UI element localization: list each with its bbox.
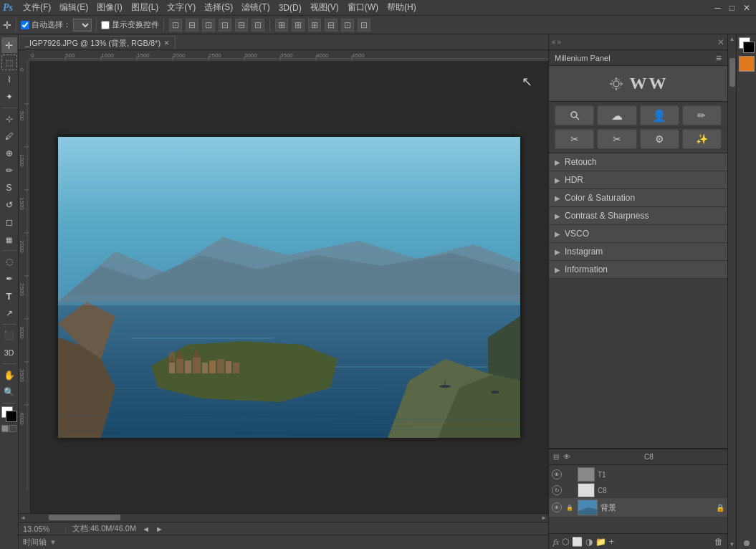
- menu-select[interactable]: 选择(S): [200, 1, 237, 14]
- lasso-tool-btn[interactable]: ⌇: [1, 72, 17, 87]
- dist-bottom-icon[interactable]: ⊡: [358, 19, 370, 32]
- scroll-right-btn[interactable]: ►: [540, 514, 548, 522]
- panel-tool-clip2[interactable]: ✂: [597, 129, 636, 149]
- scroll-left-btn[interactable]: ◄: [19, 514, 27, 522]
- dodge-tool-btn[interactable]: ◌: [1, 254, 17, 269]
- panel-tool-person[interactable]: 👤: [640, 105, 679, 125]
- hand-tool-btn[interactable]: ✋: [1, 367, 17, 383]
- tab-close-btn[interactable]: ×: [164, 38, 169, 48]
- timeline-menu[interactable]: ▼: [49, 538, 57, 546]
- panel-tool-clip1[interactable]: ✂: [555, 129, 594, 149]
- accordion-hdr[interactable]: ▶ HDR: [549, 171, 727, 189]
- menu-image[interactable]: 图像(I): [92, 1, 126, 14]
- layer-delete-icon[interactable]: 🗑: [714, 537, 723, 547]
- layer-mask-icon[interactable]: ⬜: [572, 537, 583, 547]
- shape-tool-btn[interactable]: ⬛: [1, 328, 17, 343]
- layer-row-t1[interactable]: 👁 T1: [549, 467, 727, 482]
- align-right-icon[interactable]: ⊡: [202, 19, 215, 32]
- align-bottom-icon[interactable]: ⊡: [252, 19, 264, 32]
- accordion-information[interactable]: ▶ Information: [549, 261, 727, 279]
- window-minimize[interactable]: ─: [712, 3, 724, 13]
- dist-v-icon[interactable]: ⊞: [292, 19, 305, 32]
- panel-tool-gear[interactable]: ⚙: [640, 129, 679, 149]
- h-scrollbar-thumb[interactable]: [49, 515, 120, 520]
- eyedropper-btn[interactable]: 🖊: [1, 128, 17, 144]
- accordion-instagram[interactable]: ▶ Instagram: [549, 243, 727, 261]
- history-brush-btn[interactable]: ↺: [1, 197, 17, 213]
- show-transform-checkbox[interactable]: [101, 21, 110, 29]
- background-color-swatch[interactable]: [6, 411, 17, 422]
- brush-tool-btn[interactable]: ✏: [1, 163, 17, 178]
- dist-right-icon[interactable]: ⊡: [341, 19, 354, 32]
- layer-add-icon[interactable]: +: [609, 537, 614, 547]
- accordion-color-saturation[interactable]: ▶ Color & Saturation: [549, 189, 727, 207]
- layer-adj-icon[interactable]: ◑: [585, 537, 593, 547]
- align-middle-v-icon[interactable]: ⊟: [235, 19, 248, 32]
- dist-center-icon[interactable]: ⊞: [308, 19, 321, 32]
- standard-mode-btn[interactable]: [9, 425, 16, 432]
- select-rect-btn[interactable]: ⬚: [1, 54, 17, 70]
- clone-stamp-btn[interactable]: S: [1, 180, 17, 196]
- right-panel-expand[interactable]: [744, 540, 750, 546]
- gradient-btn[interactable]: ▦: [1, 231, 17, 247]
- heal-brush-btn[interactable]: ⊕: [1, 145, 17, 161]
- path-select-btn[interactable]: ↗: [1, 305, 17, 321]
- window-close[interactable]: ✕: [740, 3, 753, 13]
- document-tab[interactable]: _IGP7926.JPG @ 13% (背景, RGB/8*) ×: [19, 36, 176, 49]
- layer-select[interactable]: 图层: [73, 19, 92, 32]
- layer-filter-icon[interactable]: 𝑓𝑥: [553, 537, 559, 547]
- window-maximize[interactable]: □: [727, 3, 737, 13]
- accordion-vsco[interactable]: ▶ VSCO: [549, 225, 727, 243]
- align-center-h-icon[interactable]: ⊟: [186, 19, 198, 32]
- quick-mask-btn[interactable]: [1, 425, 9, 432]
- status-arrow-right[interactable]: ►: [155, 525, 163, 533]
- layer-row-c8[interactable]: ↻ C8: [549, 482, 727, 498]
- menu-3d[interactable]: 3D(D): [274, 3, 306, 13]
- right-bg-swatch[interactable]: [743, 42, 755, 53]
- menu-layer[interactable]: 图层(L): [127, 1, 163, 14]
- menu-filter[interactable]: 滤镜(T): [237, 1, 274, 14]
- accordion-contrast-sharpness[interactable]: ▶ Contrast & Sharpness: [549, 207, 727, 225]
- panel-vscroll-thumb[interactable]: [729, 58, 735, 87]
- right-accent-swatch[interactable]: [739, 56, 755, 72]
- menu-file[interactable]: 文件(F): [19, 1, 55, 14]
- panel-tool-wand[interactable]: ✏: [682, 105, 722, 125]
- panel-tool-zoom[interactable]: [555, 105, 594, 125]
- magic-wand-btn[interactable]: ✦: [1, 89, 17, 105]
- panel-expand-right-icon[interactable]: »: [558, 38, 562, 46]
- dist-middle-icon[interactable]: ⊟: [325, 19, 338, 32]
- layer-options-icon[interactable]: ⊟: [553, 453, 559, 461]
- layer-t1-visibility[interactable]: 👁: [552, 469, 562, 479]
- panel-close-btn[interactable]: ✕: [717, 37, 724, 47]
- panel-scroll-up[interactable]: ▲: [729, 36, 735, 42]
- auto-select-checkbox[interactable]: [21, 21, 29, 29]
- crop-tool-btn[interactable]: ⊹: [1, 111, 17, 127]
- text-tool-btn[interactable]: T: [1, 288, 17, 304]
- panel-scroll-down[interactable]: ▼: [729, 541, 735, 548]
- doc-size: 文档:46.0M/46.0M: [72, 523, 136, 534]
- panel-tool-sparkle[interactable]: ✨: [682, 129, 722, 149]
- pen-tool-btn[interactable]: ✒: [1, 271, 17, 287]
- panel-expand-left-icon[interactable]: «: [552, 38, 556, 46]
- zoom-tool-btn[interactable]: 🔍: [1, 384, 17, 400]
- menu-edit[interactable]: 编辑(E): [55, 1, 92, 14]
- dist-h-icon[interactable]: ⊞: [275, 19, 288, 32]
- align-top-icon[interactable]: ⊡: [219, 19, 231, 32]
- layer-bg-visibility[interactable]: 👁: [552, 502, 562, 512]
- move-tool-btn[interactable]: ✛: [1, 37, 17, 53]
- layer-c8-visibility[interactable]: ↻: [552, 485, 562, 495]
- menu-text[interactable]: 文字(Y): [163, 1, 200, 14]
- 3d-tool-btn[interactable]: 3D: [1, 345, 17, 361]
- menu-window[interactable]: 窗口(W): [343, 1, 383, 14]
- layer-row-bg[interactable]: 👁 🔒 背景 🔒: [549, 498, 727, 517]
- menu-view[interactable]: 视图(V): [306, 1, 343, 14]
- accordion-retouch[interactable]: ▶ Retouch: [549, 153, 727, 171]
- panel-menu-icon[interactable]: ≡: [716, 52, 722, 64]
- menu-help[interactable]: 帮助(H): [383, 1, 421, 14]
- layer-fx-icon[interactable]: ⬡: [562, 537, 569, 547]
- eraser-btn[interactable]: ◻: [1, 214, 17, 230]
- status-arrow-left[interactable]: ◄: [142, 525, 150, 533]
- layer-folder-icon[interactable]: 📁: [595, 537, 606, 547]
- panel-tool-cloud[interactable]: ☁: [597, 105, 636, 125]
- align-left-icon[interactable]: ⊡: [169, 19, 182, 32]
